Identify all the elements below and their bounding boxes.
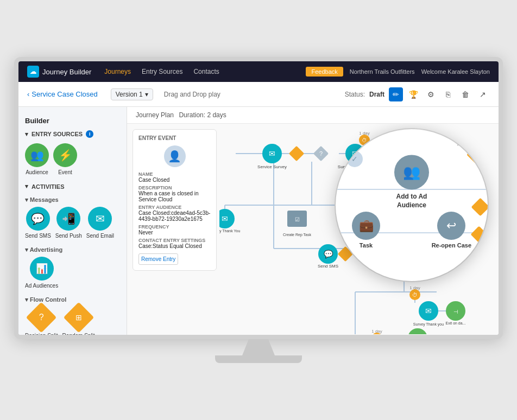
nav-entry-sources[interactable]: Entry Sources [142,68,182,75]
svg-text:✉: ✉ [269,149,275,158]
version-selector[interactable]: Version 1 ▾ [111,88,153,100]
back-chevron-icon: ‹ [27,90,29,98]
canvas-area[interactable]: ENTRY EVENT 👤 NAME Case Closed DESCRIPTI… [127,124,499,334]
delete-icon[interactable]: 🗑 [458,87,472,101]
svg-text:?: ? [319,150,323,157]
send-sms-label: Send SMS [25,233,51,239]
status-area: Status: Draft ✏ 🏆 ⚙ ⎘ 🗑 ↗ [345,87,490,101]
journey-plan-header: Journey Plan Duration: 2 days [127,107,499,124]
zoom-diamond-bottom [470,226,487,243]
edit-icon[interactable]: ✏ [389,87,403,101]
sidebar: Builder ▾ ENTRY SOURCES i 👥 Audience ⚡ E… [18,107,127,335]
svg-text:Exit on da...: Exit on da... [446,321,466,325]
zoom-1day-label: 1 day [457,140,471,147]
reopen-case-node: ↩ Re-open Case [432,212,471,249]
messages-sub-section: ▾ Messages [18,195,127,205]
advertising-sub-section: ▾ Advertising [18,245,127,254]
activities-chevron-icon: ▾ [25,183,28,190]
entry-sources-section[interactable]: ▾ ENTRY SOURCES i [18,127,127,141]
event-label: Event [58,169,72,175]
flow-control-grid: ? Decision Split ⊞ Random Split ✦ [18,304,127,335]
trophy-icon[interactable]: 🏆 [406,87,420,101]
add-audience-icon: 👥 [394,155,429,189]
audience-icon: 👥 [25,143,49,167]
entry-contact-value: Case:Status Equal Closed [138,243,211,249]
entry-contact-label: CONTACT ENTRY SETTINGS [138,238,211,243]
messages-grid: 💬 Send SMS 📲 Send Push ✉ Send Email [18,205,127,243]
zoom-circle-inner: 👥 Add to AdAudience 1 day 💼 [336,129,488,281]
header-bar: ‹ Service Case Closed Version 1 ▾ Drag a… [18,82,499,107]
entry-sources-grid: 👥 Audience ⚡ Event [18,141,127,180]
sidebar-item-send-push[interactable]: 📲 Send Push [55,207,82,239]
stand-base [215,355,302,363]
entry-description-label: DESCRIPTION [138,185,211,190]
add-audience-label: Add to AdAudience [396,193,427,209]
random-split-icon: ⊞ [63,302,94,333]
svg-text:⊣: ⊣ [453,309,458,315]
svg-text:✉: ✉ [222,214,228,223]
nav-journeys[interactable]: Journeys [104,68,131,75]
entry-frequency-field: FREQUENCY Never [138,224,211,236]
audience-label: Audience [26,169,48,175]
svg-text:Service Survey: Service Survey [257,164,287,169]
entry-name-label: NAME [138,171,211,177]
entry-frequency-value: Never [138,230,211,236]
zoom-check-icon: ✓ [346,151,363,167]
sidebar-item-send-email[interactable]: ✉ Send Email [86,207,114,239]
svg-text:💬: 💬 [324,250,333,259]
chevron-advertising-icon: ▾ [25,246,28,253]
sidebar-item-audience[interactable]: 👥 Audience [25,143,49,175]
entry-frequency-label: FREQUENCY [138,224,211,230]
decision-split-label: Decision Split [25,333,58,335]
task-node: 💼 Task [352,212,380,249]
settings-icon[interactable]: ⚙ [424,87,438,101]
sidebar-item-ad-audiences[interactable]: 📊 Ad Audiences [25,257,58,289]
entry-description-field: DESCRIPTION When a case is closed in Ser… [138,185,211,202]
remove-entry-button[interactable]: Remove Entry [138,253,178,265]
top-nav: ☁ Journey Builder Journeys Entry Sources… [18,61,499,82]
page-title: Service Case Closed [31,90,97,98]
monitor-stand [14,339,503,363]
main-content: Builder ▾ ENTRY SOURCES i 👥 Audience ⚡ E… [18,107,499,335]
copy-icon[interactable]: ⎘ [441,87,455,101]
drag-drop-label: Drag and Drop play [164,91,220,98]
feedback-button[interactable]: Feedback [306,67,343,77]
back-button[interactable]: ‹ Service Case Closed [27,90,98,98]
zoom-diamond-middle [471,198,488,217]
entry-audience-label: ENTRY AUDIENCE [138,205,211,210]
stand-neck [242,339,275,355]
brand: ☁ Journey Builder [27,66,91,78]
send-email-label: Send Email [86,233,114,239]
task-label: Task [360,242,373,249]
chevron-down-icon: ▾ [25,131,28,138]
flow-control-sub-section: ▾ Flow Control [18,295,127,304]
sidebar-item-decision-split[interactable]: ? Decision Split [25,307,58,335]
event-icon: ⚡ [53,143,77,167]
decision-split-icon: ? [26,302,57,333]
svg-text:Create Rep Task: Create Rep Task [283,233,312,237]
add-audience-node: 👥 Add to AdAudience [394,155,429,209]
builder-title: Builder [18,113,127,127]
sidebar-item-random-split[interactable]: ⊞ Random Split [62,307,95,335]
entry-event-title: ENTRY EVENT [138,135,211,141]
activities-label: ACTIVITIES [31,183,65,190]
ad-audiences-icon: 📊 [30,257,54,281]
task-icon: 💼 [352,212,380,240]
svg-text:Survey Thank You: Survey Thank You [219,229,240,233]
svg-text:✉: ✉ [425,307,432,315]
journey-duration: Duration: 2 days [179,111,226,119]
sidebar-item-send-sms[interactable]: 💬 Send SMS [25,207,51,239]
nav-org: Northern Trails Outfitters [350,68,415,75]
toolbar-icons: ✏ 🏆 ⚙ ⎘ 🗑 ↗ [389,87,490,101]
nav-links: Journeys Entry Sources Contacts [104,68,219,75]
entry-sources-label: ENTRY SOURCES [31,131,83,137]
nav-contacts[interactable]: Contacts [193,68,219,75]
share-icon[interactable]: ↗ [476,87,490,101]
svg-rect-24 [289,146,304,161]
sidebar-item-event[interactable]: ⚡ Event [53,143,77,175]
entry-audience-value: Case Closed:cdeae4ad-5c3b-4439-bb72-1923… [138,210,211,222]
activities-section[interactable]: ▾ ACTIVITIES [18,180,127,193]
ad-audiences-label: Ad Audiences [25,283,58,289]
entry-audience-field: ENTRY AUDIENCE Case Closed:cdeae4ad-5c3b… [138,205,211,222]
version-chevron-icon: ▾ [145,91,148,98]
